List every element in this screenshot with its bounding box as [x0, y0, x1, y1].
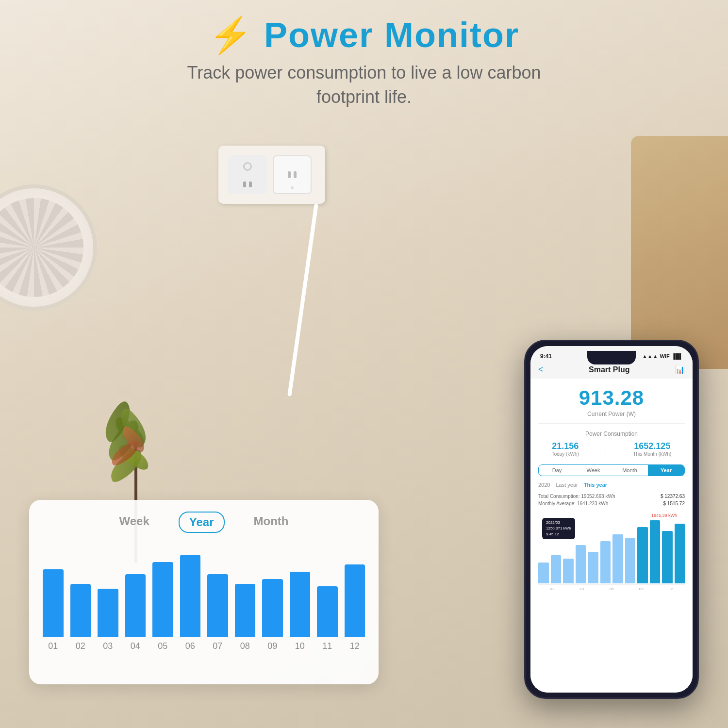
- bar-label: 02: [76, 641, 85, 651]
- headboard-decoration: [631, 136, 728, 369]
- bar-06: [180, 555, 201, 637]
- phone-bar-labels: 01 03 06 09 12: [538, 587, 685, 591]
- chart-card: Week Year Month 010203040506070809101112: [29, 500, 379, 684]
- bar-group: 06: [180, 555, 201, 651]
- bar-tooltip: 2022/03 1250.371 kWh $ 45.12: [542, 518, 575, 539]
- status-time: 9:41: [540, 353, 552, 360]
- bar-04: [125, 574, 146, 637]
- month-value: 1652.125: [633, 441, 671, 451]
- bar-01: [43, 569, 64, 637]
- bar-label: 09: [267, 641, 277, 651]
- tab-week[interactable]: Week: [575, 465, 612, 476]
- consumption-divider: [606, 441, 606, 457]
- total-consumption-stat: Total Consumption: 19052.663 kWh $ 12372…: [538, 493, 685, 500]
- bar-03: [98, 589, 118, 637]
- bar-12: [345, 564, 365, 637]
- chart-button[interactable]: 📊: [675, 365, 685, 374]
- power-number: 913.28: [530, 386, 693, 410]
- phone-bar-11: [675, 524, 685, 583]
- bar-group: 04: [125, 574, 146, 651]
- bar-group: 01: [43, 569, 64, 651]
- phone-bar-10: [662, 531, 673, 583]
- bar-label: 06: [185, 641, 195, 651]
- power-display: 913.28 Current Power (W): [530, 379, 693, 419]
- bar-label: 01: [48, 641, 58, 651]
- tab-day[interactable]: Day: [539, 465, 575, 476]
- bar-label: 04: [131, 641, 140, 651]
- bar-group: 02: [70, 584, 91, 651]
- phone-bar-4: [588, 552, 598, 583]
- bar-11: [317, 586, 338, 637]
- phone-screen: 9:41 ▲▲▲ WiF ▐█▌ < Smart Plug 📊 913.28 C…: [530, 346, 693, 693]
- wifi-icon: WiF: [660, 353, 670, 359]
- bar-group: 11: [317, 586, 338, 651]
- phone-bar-2: [563, 559, 574, 583]
- peak-value: 1845.38 kWh: [651, 513, 677, 518]
- month-consumption: 1652.125 This Month (kWh): [633, 441, 671, 457]
- phone-chart: 1845.38 kWh 01 03 06 09 12 2022/03 1250.…: [538, 512, 685, 599]
- monthly-average-stat: Monthly Average: 1641.223 kWh $ 1515.72: [538, 500, 685, 507]
- status-icons: ▲▲▲ WiF ▐█▌: [642, 353, 683, 359]
- phone-bar-6: [612, 534, 623, 583]
- app-header: < Smart Plug 📊: [530, 363, 693, 379]
- today-value: 21.156: [552, 441, 579, 451]
- bar-label: 05: [158, 641, 167, 651]
- tab-month[interactable]: Month: [612, 465, 648, 476]
- divider-1: [538, 423, 685, 424]
- signal-icon: ▲▲▲: [642, 353, 658, 359]
- bar-label: 08: [240, 641, 250, 651]
- year-this[interactable]: This year: [584, 482, 607, 488]
- phone-bar-9: [650, 520, 661, 583]
- phone-mockup: 9:41 ▲▲▲ WiF ▐█▌ < Smart Plug 📊 913.28 C…: [524, 340, 699, 699]
- tab-month[interactable]: Month: [244, 512, 298, 533]
- page-header: ⚡ Power Monitor Track power consumption …: [0, 15, 728, 110]
- phone-bar-1: [551, 555, 562, 583]
- year-2020[interactable]: 2020: [538, 482, 550, 488]
- bar-group: 03: [98, 589, 118, 651]
- today-label: Today (kWh): [552, 451, 579, 457]
- bar-group: 07: [207, 574, 228, 651]
- back-button[interactable]: <: [538, 364, 544, 375]
- bar-chart: 010203040506070809101112: [43, 545, 365, 651]
- bar-02: [70, 584, 91, 637]
- wall-outlet: [218, 146, 325, 204]
- tab-week[interactable]: Week: [110, 512, 159, 533]
- bar-group: 12: [345, 564, 365, 651]
- page-title: ⚡ Power Monitor: [0, 15, 728, 56]
- page-subtitle: Track power consumption to live a low ca…: [0, 61, 728, 110]
- phone-bar-3: [576, 545, 586, 583]
- lightning-icon: ⚡: [209, 16, 253, 54]
- bar-label: 03: [103, 641, 113, 651]
- app-title: Smart Plug: [589, 365, 629, 374]
- phone-bar-5: [600, 541, 611, 583]
- bar-label: 10: [295, 641, 305, 651]
- year-last[interactable]: Last year: [556, 482, 578, 488]
- bar-05: [152, 562, 173, 637]
- bar-08: [235, 584, 256, 637]
- battery-icon: ▐█▌: [672, 353, 683, 359]
- phone-content: 913.28 Current Power (W) Power Consumpti…: [530, 379, 693, 693]
- tab-year[interactable]: Year: [179, 512, 225, 533]
- bar-group: 08: [235, 584, 256, 651]
- month-label: This Month (kWh): [633, 451, 671, 457]
- phone-bar-8: [637, 527, 648, 583]
- bar-10: [290, 572, 311, 637]
- consumption-row: 21.156 Today (kWh) 1652.125 This Month (…: [530, 441, 693, 461]
- tab-year[interactable]: Year: [648, 465, 684, 476]
- today-consumption: 21.156 Today (kWh): [552, 441, 579, 457]
- chart-tab-group: Week Year Month: [43, 512, 365, 533]
- phone-bar-0: [538, 563, 549, 583]
- time-tab-group: Day Week Month Year: [538, 464, 685, 476]
- bar-09: [262, 579, 283, 637]
- phone-bar-7: [625, 538, 636, 583]
- bar-group: 10: [290, 572, 311, 651]
- stats-section: Total Consumption: 19052.663 kWh $ 12372…: [530, 491, 693, 509]
- bar-group: 05: [152, 562, 173, 651]
- bar-label: 07: [213, 641, 222, 651]
- power-unit: Current Power (W): [530, 411, 693, 417]
- bar-label: 12: [350, 641, 360, 651]
- bar-07: [207, 574, 228, 637]
- bar-label: 11: [322, 641, 332, 651]
- bar-group: 09: [262, 579, 283, 651]
- phone-notch: [587, 351, 636, 364]
